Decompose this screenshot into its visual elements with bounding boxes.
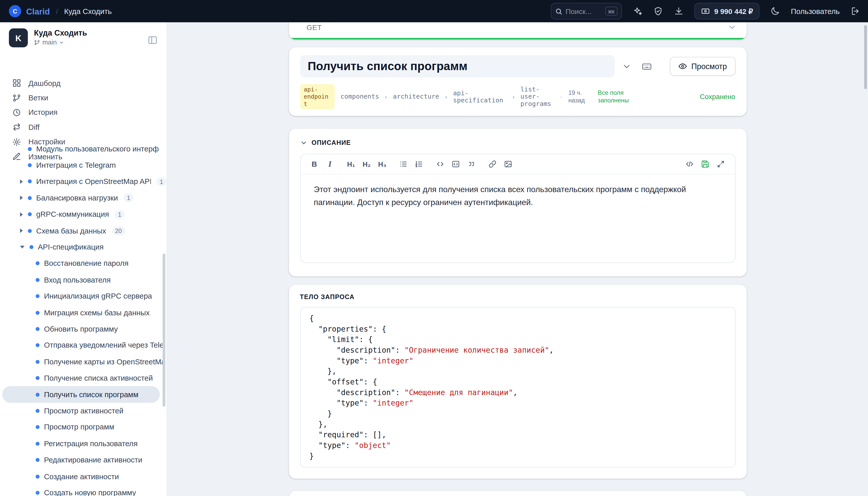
code-line: "properties": { — [309, 324, 726, 335]
code-line: "offset": { — [309, 376, 726, 387]
heading3-button[interactable]: H₃ — [375, 157, 389, 171]
save-button[interactable] — [698, 157, 712, 171]
app-logo[interactable]: C — [9, 5, 21, 17]
preview-button[interactable]: Просмотр — [670, 57, 736, 76]
dark-mode-toggle[interactable] — [770, 6, 780, 16]
tree-item[interactable]: Регистрация пользователя — [0, 435, 166, 452]
sidebar-item-diff[interactable]: Diff — [0, 120, 166, 135]
tree-item[interactable]: Отправка уведомлений через Tele — [0, 337, 166, 354]
tree-item[interactable]: Получить список программ — [2, 386, 160, 403]
http-method-label: GET — [306, 23, 322, 31]
download-button[interactable] — [674, 6, 684, 16]
count-badge: 20 — [112, 227, 125, 235]
app-name[interactable]: Clarid — [26, 6, 50, 16]
branch-selector[interactable]: main — [34, 38, 87, 46]
sidebar-item-branches[interactable]: Ветки — [0, 91, 166, 105]
doc-dot-icon — [28, 213, 32, 216]
sidebar-item-history[interactable]: История — [0, 105, 166, 120]
tree-item[interactable]: Интеграция с OpenStreetMap API1 — [0, 173, 166, 190]
next-section-card — [289, 491, 746, 496]
balance-button[interactable]: 9 990 442 ₽ — [694, 3, 759, 19]
main-content: GET Получить список программ — [167, 22, 868, 496]
tree-item[interactable]: API-спецификация — [0, 239, 166, 255]
caret-right-icon[interactable] — [20, 229, 23, 233]
chevron-down-icon[interactable] — [727, 23, 737, 32]
sidebar-item-dashboard[interactable]: Дашборд — [0, 76, 166, 91]
italic-button[interactable]: I — [323, 157, 337, 171]
logout-button[interactable] — [850, 6, 860, 16]
tree-item[interactable]: Миграция схемы базы данных — [0, 305, 166, 321]
ordered-list-button[interactable] — [412, 157, 426, 171]
tree-item[interactable]: Вход пользователя — [0, 272, 166, 288]
keyboard-shortcuts-button[interactable] — [639, 59, 655, 74]
breadcrumb-project[interactable]: Куда Сходить — [64, 7, 112, 15]
expand-button[interactable] — [713, 157, 728, 171]
tree-item[interactable]: gRPC-коммуникация1 — [0, 206, 166, 222]
shield-check-button[interactable] — [653, 6, 663, 16]
image-button[interactable] — [501, 157, 515, 171]
http-method-row[interactable]: GET — [306, 23, 737, 32]
search-icon — [555, 7, 562, 15]
tree-item[interactable]: Создание активности — [0, 468, 166, 484]
sidebar-scrollbar[interactable] — [162, 253, 165, 407]
tree-item-label: Просмотр активностей — [44, 406, 124, 415]
tree-item-label: Получить список программ — [44, 390, 139, 399]
tree-item[interactable]: Редактирование активности — [0, 452, 166, 468]
source-code-button[interactable] — [682, 157, 697, 171]
bullet-list-button[interactable] — [396, 157, 411, 171]
search-input[interactable]: Поиск... жк — [550, 3, 622, 19]
quote-button[interactable] — [464, 157, 479, 171]
caret-right-icon[interactable] — [20, 212, 23, 217]
tree-item-label: Миграция схемы базы данных — [44, 309, 149, 317]
clock-icon — [12, 108, 21, 117]
tree-item[interactable]: Модуль пользовательского интерф — [0, 144, 166, 157]
caret-right-icon[interactable] — [20, 180, 23, 184]
code-block-button[interactable] — [449, 157, 463, 171]
fields-status: Все поля заполнены — [598, 89, 633, 104]
path-segment: architecture — [393, 93, 439, 100]
tree-item[interactable]: Получение карты из OpenStreetMa — [0, 354, 166, 370]
tree-item[interactable]: Инициализация gRPC сервера — [0, 288, 166, 305]
tree-item[interactable]: Создать новую программу — [0, 484, 166, 496]
count-badge: 1 — [124, 193, 133, 202]
document-title-input[interactable]: Получить список программ — [300, 55, 614, 78]
code-line: "type": "integer" — [309, 356, 726, 366]
tree-item[interactable]: Балансировка нагрузки1 — [0, 190, 166, 206]
code-line: { — [309, 313, 726, 324]
tree-item-label: Регистрация пользователя — [44, 439, 138, 448]
sidebar-item-label: Ветки — [29, 94, 48, 102]
user-menu[interactable]: Пользователь — [791, 7, 839, 15]
doc-dot-icon — [35, 392, 39, 397]
sidebar-collapse-button[interactable] — [147, 35, 158, 45]
tree-item[interactable]: Интеграция с Telegram — [0, 157, 166, 173]
request-body-code[interactable]: { "properties": { "limit": { "descriptio… — [300, 307, 736, 467]
tree-item[interactable]: Просмотр программ — [0, 419, 166, 435]
project-avatar[interactable]: K — [9, 29, 28, 47]
tree-item-label: gRPC-коммуникация — [36, 210, 109, 218]
inline-code-button[interactable] — [433, 157, 448, 171]
tree-item[interactable]: Восстановление пароля — [0, 255, 166, 272]
tree-item[interactable]: Просмотр активностей — [0, 403, 166, 419]
page-scrollbar[interactable] — [864, 25, 867, 89]
doc-dot-icon — [35, 425, 39, 429]
chevron-down-icon[interactable] — [300, 139, 307, 146]
ai-sparkles-button[interactable] — [632, 6, 642, 16]
link-button[interactable] — [485, 157, 500, 171]
title-collapse-button[interactable] — [619, 59, 634, 74]
meta-dot-separator: · — [560, 93, 562, 100]
heading2-button[interactable]: H₂ — [359, 157, 374, 171]
endpoint-method-card: GET — [289, 22, 746, 40]
tree-item[interactable]: Получение списка активностей — [0, 370, 166, 386]
tree-item[interactable]: Схема базы данных20 — [0, 222, 166, 239]
caret-right-icon[interactable] — [20, 196, 23, 200]
tree-item-label: Инициализация gRPC сервера — [44, 292, 152, 300]
tree-item[interactable]: Обновить программу — [0, 321, 166, 337]
bold-button[interactable]: B — [307, 157, 321, 171]
heading1-button[interactable]: H₁ — [344, 157, 358, 171]
caret-down-icon[interactable] — [20, 246, 25, 248]
breadcrumb-separator: / — [56, 7, 58, 15]
description-text[interactable]: Этот эндпоинт используется для получения… — [301, 174, 735, 218]
tree-item-label: Восстановление пароля — [44, 259, 129, 267]
description-section-header[interactable]: ОПИСАНИЕ — [300, 136, 736, 150]
title-row: Получить список программ Просмотр — [300, 55, 736, 78]
